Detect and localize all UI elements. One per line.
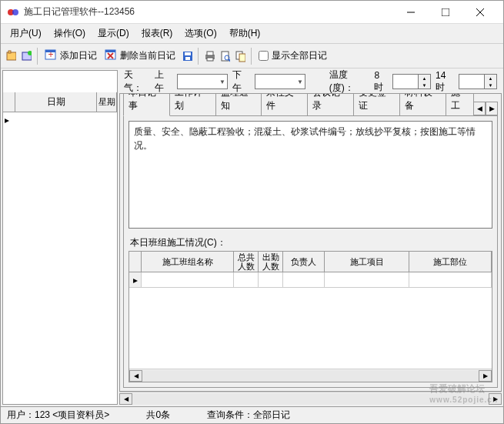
tab-meeting[interactable]: 会议记录 — [307, 93, 354, 115]
svg-rect-18 — [185, 52, 191, 55]
app-icon — [7, 6, 19, 18]
add-diary-label: 添加日记 — [60, 49, 97, 62]
show-all-checkbox[interactable]: 显示全部日记 — [255, 48, 330, 64]
chevron-down-icon: ▼ — [297, 78, 303, 85]
chevron-down-icon: ▼ — [219, 78, 225, 85]
up-icon[interactable]: ▲ — [419, 75, 430, 82]
weather-bar: 天气： 上午 ▼ 下午 ▼ 温度(度)： 8时 ▲▼ 14时 ▲▼ — [119, 70, 502, 93]
menu-option[interactable]: 选项(O) — [179, 24, 222, 43]
pm-weather-dropdown[interactable]: ▼ — [255, 74, 305, 89]
tool-icon-1[interactable] — [4, 49, 18, 63]
diary-list-body[interactable]: ▸ — [3, 112, 117, 404]
main-area: 日期 星期 ▸ 天气： 上午 ▼ 下午 ▼ 温度(度)： 8时 ▲▼ 14时 ▲… — [1, 68, 503, 406]
ptr-col — [129, 252, 142, 272]
down-icon[interactable]: ▼ — [419, 82, 430, 88]
tab-nav-right[interactable]: ▶ — [486, 102, 498, 115]
tab-supervision[interactable]: 监理通知 — [215, 93, 262, 115]
right-pane: 天气： 上午 ▼ 下午 ▼ 温度(度)： 8时 ▲▼ 14时 ▲▼ 本日记事 工… — [119, 70, 502, 405]
left-pane: 日期 星期 ▸ — [2, 70, 118, 405]
team-grid-body[interactable]: ▸ — [129, 272, 492, 369]
tab-today-notes[interactable]: 本日记事 — [123, 93, 170, 116]
notes-memo[interactable]: 质量、安全、隐蔽工程验收；混凝土、砂浆试件编号；放线抄平复核；按图施工等情况。 — [129, 121, 492, 229]
right-h-scroll[interactable]: ◀ ▶ — [119, 392, 502, 405]
team-grid: 施工班组名称 总共人数 出勤人数 负责人 施工项目 施工部位 ▸ — [129, 251, 492, 382]
menu-operate[interactable]: 操作(O) — [48, 24, 92, 43]
tab-work-plan[interactable]: 工作计划 — [169, 93, 216, 115]
svg-rect-3 — [442, 8, 449, 16]
menu-display[interactable]: 显示(D) — [92, 24, 135, 43]
col-team-name: 施工班组名称 — [142, 252, 234, 272]
status-count: 共0条 — [143, 409, 173, 422]
delete-diary-button[interactable]: 删除当前日记 — [102, 47, 179, 65]
svg-rect-21 — [207, 52, 213, 55]
svg-line-25 — [229, 59, 230, 62]
svg-rect-19 — [185, 57, 190, 60]
svg-text:+: + — [48, 49, 53, 60]
weather-label: 天气： — [124, 68, 150, 95]
status-condition: 查询条件：全部日记 — [204, 409, 293, 422]
team-h-scroll[interactable]: ◀ ▶ — [129, 369, 492, 382]
current-row-pointer-icon: ▸ — [5, 115, 9, 125]
am-weather-dropdown[interactable]: ▼ — [177, 74, 228, 89]
content-box: 本日记事 工作计划 监理通知 来往文件 会议记录 变更签证 材料设备 施工 ◀ … — [119, 93, 502, 392]
tab-construction[interactable]: 施工 — [446, 93, 474, 115]
menu-user[interactable]: 用户(U) — [4, 24, 48, 43]
time2-label: 14时 — [436, 70, 454, 94]
scroll-right-icon[interactable]: ▶ — [489, 393, 502, 405]
temp-14-input[interactable] — [459, 74, 485, 89]
close-button[interactable] — [462, 2, 497, 23]
col-leader: 负责人 — [283, 252, 325, 272]
show-all-label: 显示全部日记 — [272, 49, 327, 62]
statusbar: 用户：123 <项目资料员> 共0条 查询条件：全部日记 — [1, 406, 503, 423]
show-all-input[interactable] — [259, 51, 269, 61]
time1-label: 8时 — [374, 70, 388, 94]
preview-icon[interactable] — [218, 49, 232, 63]
col-project: 施工项目 — [325, 252, 409, 272]
down-icon[interactable]: ▼ — [485, 82, 496, 88]
calendar-add-icon: + — [45, 48, 57, 63]
tab-strip: 本日记事 工作计划 监理通知 来往文件 会议记录 变更签证 材料设备 施工 ◀ … — [123, 97, 498, 115]
temp-8-input[interactable] — [392, 74, 419, 89]
col-total: 总共人数 — [234, 252, 259, 272]
svg-rect-14 — [105, 50, 115, 52]
maximize-button[interactable] — [428, 2, 462, 23]
tab-documents[interactable]: 来往文件 — [261, 93, 308, 115]
tab-nav: ◀ ▶ — [473, 102, 498, 115]
week-col-header: 星期 — [97, 92, 117, 112]
delete-diary-label: 删除当前日记 — [120, 49, 175, 62]
pm-label: 下午 — [232, 68, 250, 95]
print-icon[interactable] — [202, 49, 216, 63]
svg-rect-7 — [8, 51, 11, 53]
scroll-right-icon[interactable]: ▶ — [479, 370, 492, 382]
minimize-button[interactable] — [393, 2, 428, 23]
window-title: 施工日记管理软件--123456 — [24, 5, 393, 18]
scroll-left-icon[interactable]: ◀ — [119, 393, 132, 405]
tab-pane: 质量、安全、隐蔽工程验收；混凝土、砂浆试件编号；放线抄平复核；按图施工等情况。 … — [123, 115, 498, 388]
toolbar: + 添加日记 删除当前日记 显示全部日记 — [1, 44, 503, 68]
menubar: 用户(U) 操作(O) 显示(D) 报表(R) 选项(O) 帮助(H) — [1, 24, 503, 44]
team-section-label: 本日班组施工情况(C)： — [129, 236, 492, 249]
diary-list-header: 日期 星期 — [3, 92, 117, 112]
scroll-left-icon[interactable]: ◀ — [129, 370, 142, 382]
temp-label: 温度(度)： — [329, 68, 370, 95]
tab-materials[interactable]: 材料设备 — [399, 93, 446, 115]
calendar-delete-icon — [105, 48, 117, 63]
menu-help[interactable]: 帮助(H) — [223, 24, 267, 43]
svg-point-1 — [12, 9, 18, 15]
date-col-header: 日期 — [15, 92, 97, 112]
temp-8-spinner[interactable]: ▲▼ — [392, 74, 431, 89]
add-diary-button[interactable]: + 添加日记 — [42, 47, 100, 65]
up-icon[interactable]: ▲ — [485, 75, 496, 82]
row-pointer-col — [3, 92, 15, 112]
temp-14-spinner[interactable]: ▲▼ — [459, 74, 497, 89]
copy-icon[interactable] — [233, 49, 247, 63]
tab-change-visa[interactable]: 变更签证 — [353, 93, 400, 115]
tool-icon-2[interactable] — [19, 49, 33, 63]
svg-rect-27 — [239, 54, 245, 62]
current-row-pointer-icon: ▸ — [129, 272, 142, 287]
team-grid-header: 施工班组名称 总共人数 出勤人数 负责人 施工项目 施工部位 — [129, 252, 492, 272]
save-icon[interactable] — [180, 49, 194, 63]
tab-nav-left[interactable]: ◀ — [473, 102, 486, 115]
titlebar: 施工日记管理软件--123456 — [1, 1, 503, 24]
menu-report[interactable]: 报表(R) — [135, 24, 179, 43]
